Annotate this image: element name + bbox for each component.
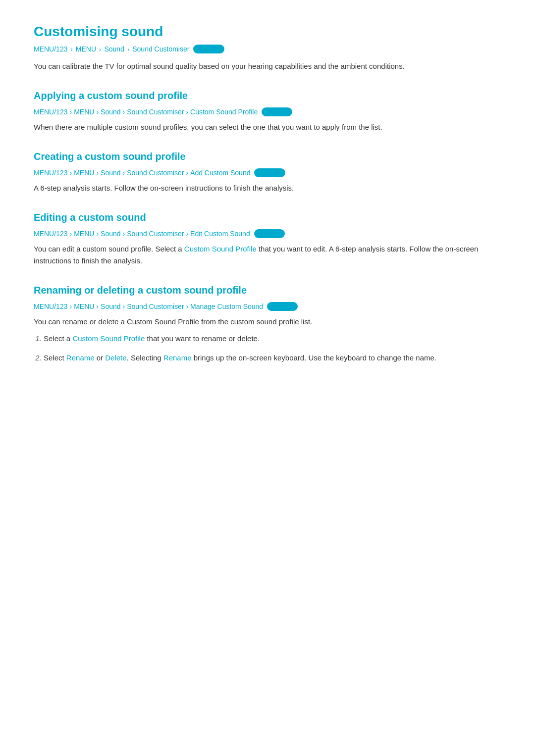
chevron-icon: › — [186, 302, 188, 310]
try-now-badge[interactable]: Try now — [267, 302, 298, 311]
try-now-badge[interactable]: Try now — [262, 107, 292, 116]
chevron-icon: › — [123, 230, 125, 238]
editing-breadcrumb: MENU/123 › MENU › Sound › Sound Customis… — [34, 229, 501, 238]
breadcrumb-item: MENU/123 — [34, 230, 67, 238]
breadcrumb-item: Sound Customiser — [127, 302, 184, 310]
chevron-icon: › — [123, 302, 125, 310]
breadcrumb-item: MENU/123 — [34, 169, 67, 177]
page-title: Customising sound — [34, 24, 501, 40]
renaming-intro: You can rename or delete a Custom Sound … — [34, 316, 501, 328]
editing-body: You can edit a custom sound profile. Sel… — [34, 243, 501, 267]
breadcrumb-item: Sound — [101, 302, 120, 310]
creating-body: A 6-step analysis starts. Follow the on-… — [34, 182, 501, 194]
section-renaming: Renaming or deleting a custom sound prof… — [34, 285, 501, 364]
custom-sound-profile-link[interactable]: Custom Sound Profile — [184, 245, 257, 253]
chevron-icon: › — [123, 108, 125, 116]
breadcrumb-item: Edit Custom Sound — [190, 230, 250, 238]
section-title-editing: Editing a custom sound — [34, 212, 501, 223]
breadcrumb-item: Sound Customiser — [127, 108, 184, 116]
chevron-icon: › — [69, 169, 72, 177]
section-title-creating: Creating a custom sound profile — [34, 151, 501, 162]
breadcrumb-item: MENU — [76, 45, 96, 53]
breadcrumb-item: Manage Custom Sound — [190, 302, 263, 310]
breadcrumb-item: MENU/123 — [34, 108, 67, 116]
chevron-icon: › — [96, 169, 99, 177]
breadcrumb-item: MENU/123 — [34, 45, 67, 53]
breadcrumb-item: Sound — [101, 230, 120, 238]
chevron-icon: › — [127, 46, 129, 53]
breadcrumb-item: Sound Customiser — [127, 230, 184, 238]
section-editing: Editing a custom sound MENU/123 › MENU ›… — [34, 212, 501, 267]
list-item: Select a Custom Sound Profile that you w… — [44, 333, 501, 345]
breadcrumb-item: MENU — [74, 169, 94, 177]
breadcrumb-item: Sound Customiser — [132, 45, 189, 53]
chevron-icon: › — [96, 302, 99, 310]
applying-body: When there are multiple custom sound pro… — [34, 121, 501, 133]
breadcrumb-item: Sound Customiser — [127, 169, 184, 177]
try-now-badge[interactable]: Try now — [254, 168, 285, 177]
try-now-badge[interactable]: Try now — [193, 45, 224, 53]
intro-breadcrumb: MENU/123 › MENU › Sound › Sound Customis… — [34, 45, 501, 53]
breadcrumb-item: Add Custom Sound — [190, 169, 250, 177]
breadcrumb-item: Custom Sound Profile — [190, 108, 258, 116]
breadcrumb-item: MENU/123 — [34, 302, 67, 310]
chevron-icon: › — [99, 46, 101, 53]
breadcrumb-item: MENU — [74, 302, 94, 310]
chevron-icon: › — [70, 46, 72, 53]
rename-link-2[interactable]: Rename — [163, 353, 192, 362]
breadcrumb-item: MENU — [74, 230, 94, 238]
chevron-icon: › — [69, 230, 72, 238]
creating-breadcrumb: MENU/123 › MENU › Sound › Sound Customis… — [34, 168, 501, 177]
section-applying: Applying a custom sound profile MENU/123… — [34, 90, 501, 133]
section-creating: Creating a custom sound profile MENU/123… — [34, 151, 501, 194]
try-now-badge[interactable]: Try now — [254, 229, 285, 238]
applying-breadcrumb: MENU/123 › MENU › Sound › Sound Customis… — [34, 107, 501, 116]
breadcrumb-item: Sound — [101, 169, 120, 177]
chevron-icon: › — [186, 108, 188, 116]
list-item: Select Rename or Delete. Selecting Renam… — [44, 352, 501, 364]
intro-text: You can calibrate the TV for optimal sou… — [34, 60, 501, 72]
chevron-icon: › — [96, 230, 99, 238]
chevron-icon: › — [186, 169, 188, 177]
breadcrumb-item: Sound — [101, 108, 120, 116]
custom-sound-profile-link-2[interactable]: Custom Sound Profile — [72, 334, 145, 343]
breadcrumb-item: Sound — [104, 45, 124, 53]
section-title-applying: Applying a custom sound profile — [34, 90, 501, 101]
renaming-breadcrumb: MENU/123 › MENU › Sound › Sound Customis… — [34, 302, 501, 311]
renaming-steps: Select a Custom Sound Profile that you w… — [44, 333, 501, 364]
chevron-icon: › — [69, 302, 72, 310]
rename-link[interactable]: Rename — [66, 353, 95, 362]
chevron-icon: › — [123, 169, 125, 177]
chevron-icon: › — [69, 108, 72, 116]
chevron-icon: › — [186, 230, 188, 238]
chevron-icon: › — [96, 108, 99, 116]
section-title-renaming: Renaming or deleting a custom sound prof… — [34, 285, 501, 296]
breadcrumb-item: MENU — [74, 108, 94, 116]
delete-link[interactable]: Delete — [105, 353, 126, 362]
